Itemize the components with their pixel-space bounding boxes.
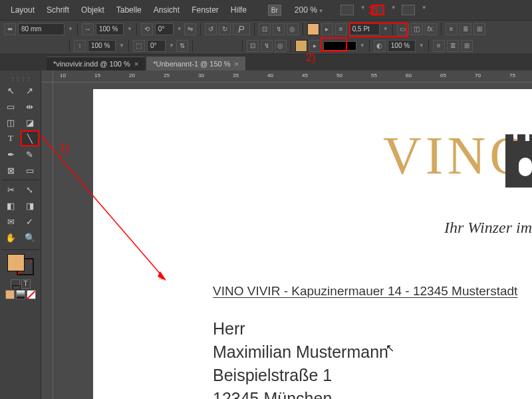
menu-schrift[interactable]: Schrift xyxy=(41,3,74,17)
play-icon[interactable]: ▸ xyxy=(321,23,333,35)
corners-icon[interactable]: ◫ xyxy=(411,23,423,35)
color-mode-icon[interactable] xyxy=(5,290,15,299)
paragraph-icon[interactable]: P xyxy=(233,23,250,35)
frame-fit2-icon[interactable]: ⊞ xyxy=(461,40,473,52)
dropdown-icon[interactable]: ▼ xyxy=(119,43,124,49)
address-block: Herr Maximilian Mustermann Beispielstraß… xyxy=(213,317,388,399)
menu-ansicht[interactable]: Ansicht xyxy=(148,3,185,17)
zoom-level[interactable]: 200 %▼ xyxy=(289,4,329,16)
shear-field[interactable]: 0° xyxy=(147,40,166,52)
selection-tool[interactable]: ↖ xyxy=(1,82,20,98)
align-icon[interactable]: ≡ xyxy=(446,23,458,35)
bridge-icon[interactable]: Br xyxy=(268,5,281,16)
content-collector-tool[interactable]: ◫ xyxy=(1,114,20,130)
pen-tool[interactable]: ✒ xyxy=(1,146,20,162)
direct-selection-tool[interactable]: ↗ xyxy=(21,82,39,98)
fill-proxy[interactable] xyxy=(7,254,25,271)
panel-handle[interactable]: ⋮⋮⋮⋮ xyxy=(0,76,41,81)
canvas-area[interactable]: 1015202530354045505560657075 VINO Ihr Wi… xyxy=(41,70,532,399)
scale-y-field[interactable]: 100 % xyxy=(88,40,116,52)
close-icon[interactable]: × xyxy=(235,60,239,68)
dropdown-icon[interactable]: ▼ xyxy=(169,43,174,49)
content-placer-tool[interactable]: ◪ xyxy=(21,114,39,130)
dropdown-icon[interactable]: ▼ xyxy=(422,5,427,15)
page-tool[interactable]: ▭ xyxy=(1,98,20,114)
dropdown-icon[interactable]: ▼ xyxy=(360,5,366,15)
rotate-cw-icon[interactable]: ↻ xyxy=(219,23,231,35)
workspace-icon[interactable] xyxy=(402,5,415,15)
scale-x-field[interactable]: 100 % xyxy=(96,23,124,35)
close-icon[interactable]: × xyxy=(134,60,138,68)
ruler-origin[interactable] xyxy=(41,70,53,82)
gradient-swatch-tool[interactable]: ◧ xyxy=(1,198,20,213)
gap-tool[interactable]: ⇹ xyxy=(21,98,39,114)
scale-x-icon[interactable]: ↔ xyxy=(82,23,94,35)
size-field[interactable]: 80 mm xyxy=(18,23,65,35)
opacity-icon[interactable]: ◐ xyxy=(374,40,386,52)
stroke-weight-field[interactable]: 0,5 Pt xyxy=(349,23,380,35)
arrange-icon[interactable] xyxy=(371,5,384,15)
screen-mode-icon[interactable] xyxy=(340,5,354,15)
dropdown-icon[interactable]: ▼ xyxy=(127,26,132,32)
menu-layout[interactable]: Layout xyxy=(5,3,40,17)
dist-icon[interactable]: ≡ xyxy=(433,40,445,52)
scissors-tool[interactable]: ✂ xyxy=(1,182,20,198)
document-tab[interactable]: *Unbenannt-1 @ 150 % × xyxy=(146,57,245,70)
menu-hilfe[interactable]: Hilfe xyxy=(225,3,252,17)
target2-icon[interactable]: ◎ xyxy=(275,40,287,52)
horizontal-ruler[interactable]: 1015202530354045505560657075 xyxy=(53,70,532,82)
note-tool[interactable]: ✉ xyxy=(1,213,20,229)
pencil-tool[interactable]: ✎ xyxy=(21,146,39,162)
stroke-weight-icon[interactable]: ≡ xyxy=(335,23,347,35)
fill-color-swatch[interactable] xyxy=(307,23,319,35)
eyedropper-tool[interactable]: ✓ xyxy=(21,213,39,229)
play-icon[interactable]: ▸ xyxy=(309,40,321,52)
align2-icon[interactable]: ≣ xyxy=(460,23,471,35)
link-icon[interactable]: ⬌ xyxy=(4,23,16,35)
dist2-icon[interactable]: ≣ xyxy=(447,40,459,52)
zoom-tool[interactable]: 🔍 xyxy=(21,229,39,245)
scale-y-icon[interactable]: ↕ xyxy=(74,40,86,52)
gradient-mode-icon[interactable] xyxy=(16,290,25,299)
apply-text-icon[interactable]: T xyxy=(21,279,31,289)
effects-icon[interactable]: ▭ xyxy=(397,23,409,35)
rectangle-tool[interactable]: ▭ xyxy=(21,162,39,178)
flow-icon[interactable]: ↯ xyxy=(273,23,285,35)
opacity-field[interactable]: 100 % xyxy=(388,40,416,52)
vertical-ruler[interactable] xyxy=(41,82,53,399)
dropdown-icon[interactable]: ▼ xyxy=(68,26,73,32)
none-mode-icon[interactable] xyxy=(27,290,36,299)
rotate-field[interactable]: 0° xyxy=(155,23,174,35)
line-tool[interactable]: ╲ xyxy=(21,130,39,146)
dropdown-icon[interactable]: ▼ xyxy=(391,5,396,15)
stroke-color-swatch[interactable] xyxy=(295,40,307,52)
rotate-ccw-icon[interactable]: ↺ xyxy=(205,23,217,35)
shear-icon[interactable]: ⬚ xyxy=(133,40,145,52)
target-icon[interactable]: ◎ xyxy=(287,23,299,35)
flip-v-icon[interactable]: ⇅ xyxy=(176,40,188,52)
flip-h-icon[interactable]: ⇋ xyxy=(184,23,196,35)
menu-tabelle[interactable]: Tabelle xyxy=(111,3,147,17)
menu-objekt[interactable]: Objekt xyxy=(76,3,110,17)
free-transform-tool[interactable]: ⤡ xyxy=(21,182,39,198)
type-tool[interactable]: T xyxy=(1,130,20,146)
rectangle-frame-tool[interactable]: ⊠ xyxy=(1,162,20,178)
flow2-icon[interactable]: ↯ xyxy=(261,40,273,52)
dropdown-icon[interactable]: ▼ xyxy=(360,43,365,49)
fill-stroke-proxy[interactable] xyxy=(7,254,34,275)
anchor2-icon[interactable]: ⊡ xyxy=(247,40,259,52)
menu-fenster[interactable]: Fenster xyxy=(186,3,224,17)
dropdown-icon[interactable]: ▼ xyxy=(419,43,424,49)
dropdown-icon[interactable]: ▼ xyxy=(383,26,388,32)
apply-container-icon[interactable]: ▭ xyxy=(11,279,20,289)
anchor-icon[interactable]: ⊡ xyxy=(259,23,271,35)
dropdown-icon[interactable]: ▼ xyxy=(177,26,182,32)
document-tab[interactable]: *vinovivir.indd @ 100 % × xyxy=(47,57,145,70)
gradient-feather-tool[interactable]: ◨ xyxy=(21,198,39,213)
rotate-icon[interactable]: ⟲ xyxy=(141,23,153,35)
fx-icon[interactable]: fx. xyxy=(425,23,437,35)
frame-fit-icon[interactable]: ⊞ xyxy=(473,23,485,35)
stroke-style-swatch[interactable] xyxy=(323,41,356,51)
hand-tool[interactable]: ✋ xyxy=(1,229,20,245)
cursor-icon: ↖ xyxy=(386,342,394,354)
